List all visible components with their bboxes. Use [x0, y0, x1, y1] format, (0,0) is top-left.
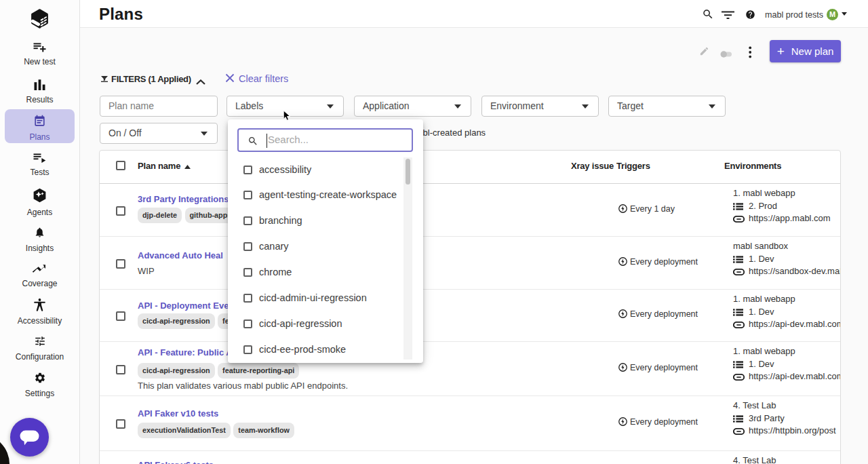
row-checkbox[interactable] — [116, 206, 125, 216]
new-plan-button[interactable]: +New plan — [770, 40, 841, 62]
sidebar-item-new-test[interactable]: New test — [0, 41, 79, 66]
col-xray[interactable]: Xray issue — [571, 161, 614, 171]
trigger-text: Every deployment — [630, 309, 698, 319]
toggle-icon[interactable] — [720, 48, 732, 60]
row-checkbox[interactable] — [116, 419, 125, 429]
clear-filters-link[interactable]: Clear filters — [239, 73, 288, 84]
plan-name-link[interactable]: Advanced Auto Heal — [138, 250, 223, 260]
label-chip[interactable]: cicd-api-regression — [138, 313, 215, 329]
label-chip[interactable]: team-workflow — [233, 423, 294, 438]
label-option-cicd-ee-prod-smoke[interactable]: cicd-ee-prod-smoke — [228, 337, 414, 363]
scrollbar-track[interactable] — [403, 157, 412, 360]
labels-search-field[interactable]: Search... — [237, 128, 413, 152]
label-option-chrome[interactable]: chrome — [228, 260, 414, 286]
filters-title[interactable]: FILTERS (1 Applied) — [111, 74, 191, 84]
trigger-text: Every deployment — [630, 363, 698, 372]
sidebar-item-configuration[interactable]: Configuration — [0, 334, 79, 362]
select-all-checkbox[interactable] — [116, 161, 125, 170]
plan-name-link[interactable]: API Faker v6 tests — [138, 460, 214, 464]
environment-text[interactable]: https://sandbox-dev.mabl.com — [749, 266, 841, 276]
option-label: accessibility — [259, 164, 311, 175]
filter-plan-name[interactable]: Plan name — [100, 96, 218, 117]
label-option-cicd-api-regression[interactable]: cicd-api-regression — [228, 311, 414, 337]
account-caret-icon[interactable] — [842, 12, 847, 16]
label-chip[interactable]: executionValidationTest — [138, 423, 231, 438]
collapse-chevron-icon[interactable] — [196, 75, 205, 88]
plan-name-link[interactable]: API - Feature: Public API — [138, 347, 241, 357]
col-triggers[interactable]: Triggers — [616, 161, 650, 171]
help-icon[interactable] — [745, 9, 755, 22]
option-checkbox[interactable] — [243, 216, 252, 225]
environment-line: https://api-dev.mabl.com — [733, 319, 841, 332]
sidebar-item-tests[interactable]: Tests — [0, 152, 79, 177]
environment-line: https://api-dev.mabl.com — [733, 371, 841, 384]
environment-text: 1. mabl webapp — [733, 188, 795, 198]
filter-application[interactable]: Application — [354, 96, 471, 117]
filter-environment[interactable]: Environment — [481, 96, 599, 117]
label-option-cicd-admin-ui-regression[interactable]: cicd-admin-ui-regression — [228, 286, 414, 311]
edit-pencil-icon[interactable] — [699, 46, 709, 59]
chevron-down-icon — [709, 104, 715, 109]
scrollbar-thumb[interactable] — [406, 159, 410, 185]
sidebar-item-coverage[interactable]: Coverage — [0, 263, 79, 288]
text-cursor — [267, 134, 267, 148]
option-checkbox[interactable] — [243, 242, 252, 251]
label-chip[interactable]: djp-delete — [138, 208, 182, 223]
sidebar-item-insights[interactable]: Insights — [0, 225, 79, 253]
row-checkbox[interactable] — [116, 259, 125, 269]
environment-text[interactable]: https://api-dev.mabl.com — [749, 371, 841, 381]
environment-text: 1. mabl webapp — [733, 346, 795, 356]
label-option-agent-testing-create-workspace[interactable]: agent-testing-create-workspace — [228, 182, 414, 208]
label-chip[interactable]: cicd-api-regression — [138, 363, 215, 379]
clear-x-icon[interactable] — [225, 73, 235, 85]
sidebar-item-label: Coverage — [0, 279, 79, 288]
filter-list-icon[interactable] — [722, 9, 734, 23]
trigger-cell: Every deployment — [618, 361, 698, 373]
environments-cell: 4. Test Lab3rd Partyhttps://httpbin.org/… — [733, 400, 841, 438]
option-checkbox[interactable] — [243, 294, 252, 303]
col-environments[interactable]: Environments — [724, 161, 781, 171]
filter-on-off[interactable]: On / Off — [100, 123, 218, 144]
environments-cell: 1. mabl webapp1. Devhttps://api-dev.mabl… — [733, 294, 841, 332]
label-chip[interactable]: feature-reporting-api — [218, 363, 299, 379]
environment-text[interactable]: https://api-dev.mabl.com — [749, 319, 841, 329]
label-option-branching[interactable]: branching — [228, 208, 414, 234]
search-icon[interactable] — [702, 8, 714, 23]
option-checkbox[interactable] — [243, 345, 252, 354]
chevron-down-icon — [454, 104, 461, 109]
select-value: Environment — [490, 100, 544, 111]
environment-line: https://app.mabl.com — [733, 213, 841, 226]
chat-launcher-button[interactable] — [10, 418, 49, 457]
option-checkbox[interactable] — [243, 166, 252, 174]
plans-toolbar: +New plan — [80, 28, 868, 69]
col-plan-name[interactable]: Plan name — [138, 161, 191, 171]
environment-text[interactable]: https://app.mabl.com — [749, 213, 831, 223]
environment-text: 4. Test Lab — [733, 455, 776, 464]
sidebar-item-accessibility[interactable]: Accessibility — [0, 297, 79, 326]
label-option-canary[interactable]: canary — [228, 234, 414, 260]
row-checkbox[interactable] — [116, 311, 125, 321]
option-checkbox[interactable] — [243, 191, 252, 199]
sidebar-item-label: Agents — [0, 208, 79, 217]
sidebar-item-settings[interactable]: Settings — [0, 370, 79, 398]
plan-description: This plan validates various mabl public … — [138, 381, 348, 391]
sidebar-item-results[interactable]: Results — [0, 78, 79, 104]
plan-name-link[interactable]: API Faker v10 tests — [138, 408, 218, 419]
sidebar-item-agents[interactable]: Agents — [0, 187, 79, 217]
mabl-logo[interactable] — [0, 9, 79, 31]
row-checkbox[interactable] — [116, 365, 125, 374]
kebab-menu-icon[interactable] — [749, 46, 752, 61]
account-name[interactable]: mabl prod tests — [765, 10, 823, 20]
label-option-accessibility[interactable]: accessibility — [228, 157, 414, 183]
filter-target[interactable]: Target — [608, 96, 726, 117]
avatar[interactable]: M — [827, 9, 838, 20]
chat-bubble-icon — [19, 429, 40, 446]
environment-text[interactable]: https://httpbin.org/post — [749, 425, 836, 436]
plan-name-link[interactable]: 3rd Party Integrations — [138, 194, 229, 204]
option-checkbox[interactable] — [243, 268, 252, 277]
sidebar-item-plans[interactable]: Plans — [5, 109, 75, 143]
plan-name-link[interactable]: API - Deployment Events — [138, 301, 242, 311]
option-checkbox[interactable] — [243, 320, 252, 328]
option-label: cicd-admin-ui-regression — [259, 292, 367, 303]
environment-text: 3rd Party — [749, 413, 785, 423]
